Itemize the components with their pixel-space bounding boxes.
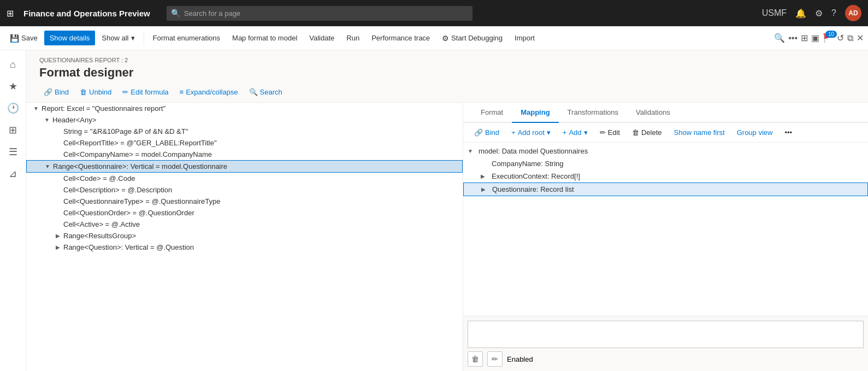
tab-format[interactable]: Format <box>472 103 512 123</box>
tab-transformations[interactable]: Transformations <box>559 103 627 123</box>
show-all-button[interactable]: Show all ▾ <box>96 31 140 45</box>
mapping-expander[interactable]: ▼ <box>468 148 479 154</box>
flag-badge: 10 <box>825 31 837 38</box>
edit-formula-btn[interactable]: ✏ <box>487 351 503 367</box>
filter-icon[interactable]: ⊿ <box>3 164 23 184</box>
grid-icon[interactable]: ⊞ <box>7 8 14 19</box>
content-area: QUESTIONNAIRES REPORT : 2 Format designe… <box>26 50 868 371</box>
star-icon[interactable]: ★ <box>3 76 23 96</box>
search-toolbar-icon: 🔍 <box>249 88 258 96</box>
tree-item[interactable]: ▼Report: Excel = "Questionnaires report" <box>26 103 463 114</box>
validate-button[interactable]: Validate <box>304 31 340 45</box>
expand-collapse-button[interactable]: ≡ Expand/collapse <box>175 85 243 99</box>
edit-formula-button[interactable]: ✏ Edit formula <box>118 85 173 99</box>
tree-item-text: Report: Excel = "Questionnaires report" <box>42 104 458 113</box>
formula-box[interactable] <box>468 321 864 348</box>
mapping-toolbar: 🔗 Bind + Add root ▾ + Add ▾ ✏ <box>463 123 868 143</box>
plus-icon: + <box>511 128 516 137</box>
show-name-first-button[interactable]: Show name first <box>670 126 729 139</box>
tree-item[interactable]: Cell<CompanyName> = model.CompanyName <box>26 149 463 160</box>
add-button[interactable]: + Add ▾ <box>558 126 592 139</box>
tree-item[interactable]: Cell<Active> = @.Active <box>26 219 463 230</box>
tree-item[interactable]: Cell<Code> = @.Code <box>26 173 463 184</box>
mapping-tree-item[interactable]: CompanyName: String <box>463 157 868 170</box>
delete-formula-button[interactable]: 🗑 <box>468 351 483 367</box>
history-icon[interactable]: 🕐 <box>3 98 23 118</box>
menu-icon[interactable]: ☰ <box>3 142 23 162</box>
search-bar-icon[interactable]: 🔍 <box>774 33 785 43</box>
start-debugging-button[interactable]: ⚙ Start Debugging <box>436 31 508 46</box>
page-header: QUESTIONNAIRES REPORT : 2 Format designe… <box>26 50 868 82</box>
refresh-icon[interactable]: ↺ <box>837 33 844 43</box>
bell-icon[interactable]: 🔔 <box>795 8 806 19</box>
home-icon[interactable]: ⌂ <box>3 55 23 74</box>
tree-item[interactable]: ▼Header<Any> <box>26 114 463 126</box>
edit-icon: ✏ <box>600 128 606 137</box>
drag-handle[interactable] <box>460 103 463 371</box>
gear-icon[interactable]: ⚙ <box>815 8 823 19</box>
add-icon: + <box>563 128 567 137</box>
search-wrap: 🔍 <box>167 6 473 21</box>
sidebar-nav: ⌂ ★ 🕐 ⊞ ☰ ⊿ <box>0 50 26 371</box>
tree-item-text: Cell<Active> = @.Active <box>63 220 458 228</box>
mapping-expander[interactable]: ▶ <box>481 186 492 192</box>
tree-item[interactable]: Cell<QuestionnaireType> = @.Questionnair… <box>26 196 463 207</box>
save-button[interactable]: 💾 Save <box>4 31 43 46</box>
delete-mapping-button[interactable]: 🗑 Delete <box>628 126 666 139</box>
avatar[interactable]: AD <box>845 5 861 21</box>
tree-expander[interactable]: ▼ <box>42 163 53 169</box>
run-button[interactable]: Run <box>341 31 365 45</box>
search-input[interactable] <box>167 6 473 21</box>
mapping-tree: ▼model: Data model QuestionnairesCompany… <box>463 143 868 316</box>
panel-icon[interactable]: ▣ <box>811 33 819 43</box>
performance-trace-button[interactable]: Performance trace <box>366 31 435 45</box>
more-actions-icon[interactable]: ••• <box>788 33 798 43</box>
tree-item[interactable]: ▼Range<Questionnaire>: Vertical = model.… <box>26 160 463 173</box>
add-root-button[interactable]: + Add root ▾ <box>507 126 555 139</box>
tree-item-text: String = "&R&10Page &P of &N &D &T" <box>63 127 458 136</box>
help-icon[interactable]: ? <box>831 8 836 18</box>
close-icon[interactable]: ✕ <box>857 33 864 43</box>
tab-validations[interactable]: Validations <box>627 103 679 123</box>
enabled-label: Enabled <box>507 355 533 363</box>
tree-expander[interactable]: ▼ <box>42 117 52 123</box>
bind-button[interactable]: 🔗 Bind <box>39 85 73 99</box>
mapping-tree-item[interactable]: ▶Questionnaire: Record list <box>463 182 868 196</box>
right-tree-items: ▼model: Data model QuestionnairesCompany… <box>463 145 868 196</box>
mapping-tree-item[interactable]: ▶ExecutionContext: Record[!] <box>463 170 868 182</box>
app-title: Finance and Operations Preview <box>23 9 150 18</box>
tree-item[interactable]: Cell<QuestionOrder> = @.QuestionOrder <box>26 207 463 219</box>
import-button[interactable]: Import <box>509 31 540 45</box>
mapping-tree-item[interactable]: ▼model: Data model Questionnaires <box>463 145 868 157</box>
bottom-panel: 🗑 ✏ Enabled <box>463 316 868 371</box>
user-label: USMF <box>762 8 787 18</box>
tree-expander[interactable]: ▶ <box>52 244 63 250</box>
tab-mapping[interactable]: Mapping <box>512 103 558 123</box>
tree-item[interactable]: ▶Range<ResultsGroup> <box>26 230 463 242</box>
tree-item[interactable]: String = "&R&10Page &P of &N &D &T" <box>26 126 463 137</box>
mapping-bind-button[interactable]: 🔗 Bind <box>470 126 504 139</box>
format-enumerations-button[interactable]: Format enumerations <box>147 31 226 45</box>
tree-item[interactable]: ▶Range<Question>: Vertical = @.Question <box>26 242 463 253</box>
map-format-to-model-button[interactable]: Map format to model <box>227 31 303 45</box>
tree-item[interactable]: Cell<Description> = @.Description <box>26 184 463 196</box>
tree-item-text: Cell<ReportTitle> = @"GER_LABEL:ReportTi… <box>63 139 458 147</box>
grid2-icon[interactable]: ⊞ <box>801 33 808 43</box>
open-icon[interactable]: ⧉ <box>847 33 853 43</box>
tabs-bar: Format Mapping Transformations Validatio… <box>463 103 868 123</box>
main-layout: ⌂ ★ 🕐 ⊞ ☰ ⊿ QUESTIONNAIRES REPORT : 2 Fo… <box>0 50 868 371</box>
tree-expander[interactable]: ▼ <box>31 105 42 111</box>
tree-expander[interactable]: ▶ <box>52 233 63 239</box>
edit-mapping-button[interactable]: ✏ Edit <box>595 126 624 139</box>
tree-item-text: Range<Questionnaire>: Vertical = model.Q… <box>53 162 458 170</box>
tree-item[interactable]: Cell<ReportTitle> = @"GER_LABEL:ReportTi… <box>26 137 463 149</box>
search-button[interactable]: 🔍 Search <box>245 85 287 99</box>
mapping-expander[interactable]: ▶ <box>481 173 492 179</box>
format-tree: ▼Report: Excel = "Questionnaires report"… <box>26 103 463 253</box>
workspace-icon[interactable]: ⊞ <box>3 120 23 140</box>
unbind-button[interactable]: 🗑 Unbind <box>75 85 116 99</box>
show-details-button[interactable]: Show details <box>44 31 96 45</box>
more-mapping-icon[interactable]: ••• <box>780 126 796 139</box>
unlink-icon: 🗑 <box>80 88 87 96</box>
group-view-button[interactable]: Group view <box>733 126 777 139</box>
